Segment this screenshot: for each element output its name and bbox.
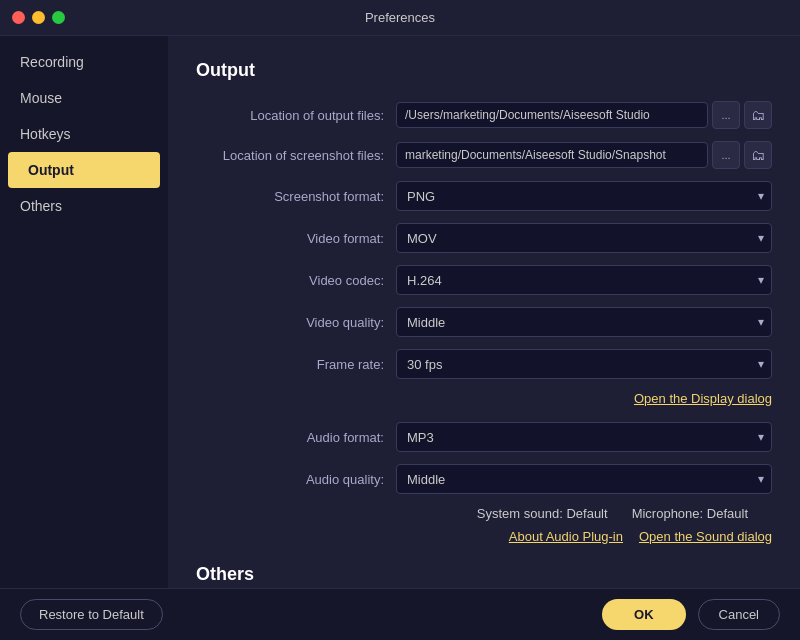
screenshot-format-wrapper: PNG JPG BMP ▾ (396, 181, 772, 211)
output-location-row: Location of output files: /Users/marketi… (196, 101, 772, 129)
display-dialog-link[interactable]: Open the Display dialog (634, 391, 772, 406)
screenshot-location-row: Location of screenshot files: marketing/… (196, 141, 772, 169)
content-area: Output Location of output files: /Users/… (168, 36, 800, 588)
frame-rate-row: Frame rate: 15 fps 20 fps 30 fps 60 fps … (196, 349, 772, 379)
sound-dialog-link[interactable]: Open the Sound dialog (639, 529, 772, 544)
ok-button[interactable]: OK (602, 599, 686, 630)
window-controls (12, 11, 65, 24)
video-format-wrapper: MOV MP4 AVI ▾ (396, 223, 772, 253)
others-section: Others Automatically check for updates (196, 564, 772, 588)
others-section-title: Others (196, 564, 772, 585)
video-codec-select[interactable]: H.264 H.265 MPEG-4 (396, 265, 772, 295)
sidebar-item-mouse[interactable]: Mouse (0, 80, 168, 116)
display-dialog-link-row: Open the Display dialog (196, 391, 772, 406)
audio-links-row: About Audio Plug-in Open the Sound dialo… (196, 529, 772, 544)
audio-quality-row: Audio quality: Low Middle High ▾ (196, 464, 772, 494)
video-format-select[interactable]: MOV MP4 AVI (396, 223, 772, 253)
screenshot-format-label: Screenshot format: (196, 189, 396, 204)
video-quality-wrapper: Low Middle High Lossless ▾ (396, 307, 772, 337)
audio-format-label: Audio format: (196, 430, 396, 445)
output-location-input[interactable]: /Users/marketing/Documents/Aiseesoft Stu… (396, 102, 708, 128)
maximize-button[interactable] (52, 11, 65, 24)
audio-quality-wrapper: Low Middle High ▾ (396, 464, 772, 494)
close-button[interactable] (12, 11, 25, 24)
audio-quality-label: Audio quality: (196, 472, 396, 487)
action-buttons: OK Cancel (602, 599, 780, 630)
audio-format-wrapper: MP3 AAC WAV FLAC ▾ (396, 422, 772, 452)
frame-rate-select[interactable]: 15 fps 20 fps 30 fps 60 fps (396, 349, 772, 379)
output-section: Output Location of output files: /Users/… (196, 60, 772, 544)
sidebar-item-output[interactable]: Output (8, 152, 160, 188)
screenshot-location-input[interactable]: marketing/Documents/Aiseesoft Studio/Sna… (396, 142, 708, 168)
video-codec-wrapper: H.264 H.265 MPEG-4 ▾ (396, 265, 772, 295)
cancel-button[interactable]: Cancel (698, 599, 780, 630)
minimize-button[interactable] (32, 11, 45, 24)
folder-icon-2: 🗂 (751, 147, 765, 163)
video-quality-label: Video quality: (196, 315, 396, 330)
audio-format-row: Audio format: MP3 AAC WAV FLAC ▾ (196, 422, 772, 452)
sidebar-item-others[interactable]: Others (0, 188, 168, 224)
audio-info-row: System sound: Default Microphone: Defaul… (196, 506, 772, 521)
video-quality-row: Video quality: Low Middle High Lossless … (196, 307, 772, 337)
main-content: Recording Mouse Hotkeys Output Others Ou… (0, 36, 800, 588)
sidebar-item-hotkeys[interactable]: Hotkeys (0, 116, 168, 152)
window-title: Preferences (365, 10, 435, 25)
output-section-title: Output (196, 60, 772, 81)
output-location-folder-btn[interactable]: 🗂 (744, 101, 772, 129)
microphone-text: Microphone: Default (632, 506, 748, 521)
output-location-label: Location of output files: (196, 108, 396, 123)
video-codec-label: Video codec: (196, 273, 396, 288)
audio-quality-select[interactable]: Low Middle High (396, 464, 772, 494)
output-location-input-group: /Users/marketing/Documents/Aiseesoft Stu… (396, 101, 772, 129)
system-sound-text: System sound: Default (477, 506, 608, 521)
screenshot-location-dots-btn[interactable]: ... (712, 141, 740, 169)
screenshot-format-row: Screenshot format: PNG JPG BMP ▾ (196, 181, 772, 211)
about-audio-plugin-link[interactable]: About Audio Plug-in (509, 529, 623, 544)
video-format-row: Video format: MOV MP4 AVI ▾ (196, 223, 772, 253)
output-location-dots-btn[interactable]: ... (712, 101, 740, 129)
restore-default-button[interactable]: Restore to Default (20, 599, 163, 630)
screenshot-location-folder-btn[interactable]: 🗂 (744, 141, 772, 169)
sidebar-item-recording[interactable]: Recording (0, 44, 168, 80)
title-bar: Preferences (0, 0, 800, 36)
sidebar: Recording Mouse Hotkeys Output Others (0, 36, 168, 588)
screenshot-location-label: Location of screenshot files: (196, 148, 396, 163)
screenshot-format-select[interactable]: PNG JPG BMP (396, 181, 772, 211)
bottom-bar: Restore to Default OK Cancel (0, 588, 800, 640)
video-format-label: Video format: (196, 231, 396, 246)
frame-rate-wrapper: 15 fps 20 fps 30 fps 60 fps ▾ (396, 349, 772, 379)
screenshot-location-input-group: marketing/Documents/Aiseesoft Studio/Sna… (396, 141, 772, 169)
folder-icon: 🗂 (751, 107, 765, 123)
audio-format-select[interactable]: MP3 AAC WAV FLAC (396, 422, 772, 452)
video-codec-row: Video codec: H.264 H.265 MPEG-4 ▾ (196, 265, 772, 295)
video-quality-select[interactable]: Low Middle High Lossless (396, 307, 772, 337)
frame-rate-label: Frame rate: (196, 357, 396, 372)
